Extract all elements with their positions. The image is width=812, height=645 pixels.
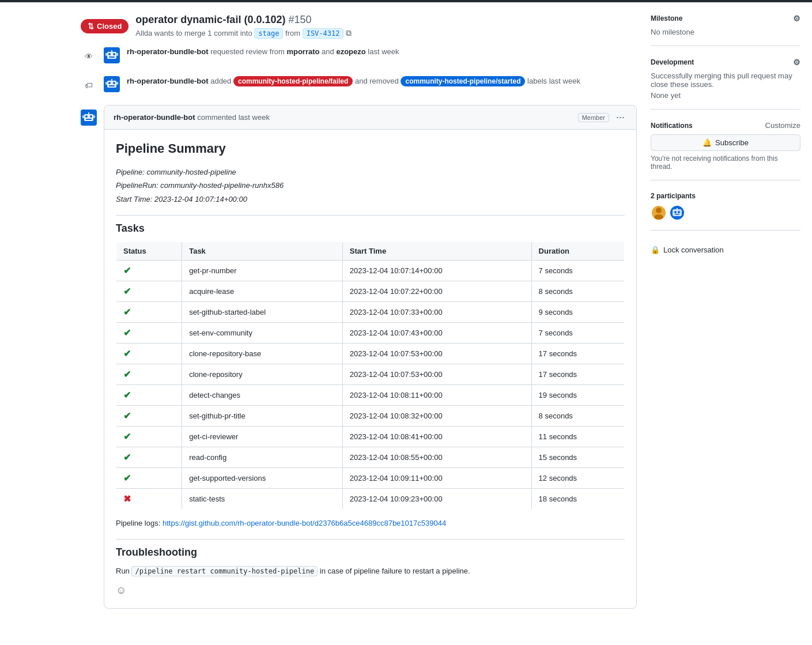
svg-rect-4: [109, 56, 115, 58]
svg-point-10: [108, 82, 111, 84]
reviewer2: ezopezo: [336, 47, 365, 56]
action-pre: added: [210, 77, 231, 85]
svg-rect-7: [116, 53, 118, 56]
trouble-code: /pipeline restart community-hosted-pipel…: [131, 566, 318, 576]
task-name-1: acquire-lease: [182, 281, 343, 302]
task-name-0: get-pr-number: [182, 261, 343, 281]
bot-avatar-2: [104, 76, 120, 92]
col-status: Status: [116, 242, 182, 261]
check-success-icon: ✔: [123, 349, 131, 359]
task-start-7: 2023-12-04 10:08:32+00:00: [342, 406, 531, 427]
task-status-6: ✔: [116, 385, 182, 406]
development-header: Development ⚙: [651, 58, 800, 67]
task-name-5: clone-repository: [182, 364, 343, 385]
left-panel: ⇅ Closed operator dynamic-fail (0.0.102)…: [81, 14, 637, 620]
task-start-5: 2023-12-04 10:07:53+00:00: [342, 364, 531, 385]
merge-icon: ⇅: [88, 22, 94, 31]
development-gear-icon[interactable]: ⚙: [793, 58, 800, 67]
check-success-icon: ✔: [123, 432, 131, 442]
pr-subtitle-text: Allda wants to merge 1 commit into: [135, 29, 252, 37]
task-start-11: 2023-12-04 10:09:23+00:00: [342, 489, 531, 510]
pipeline-meta: Pipeline: community-hosted-pipeline Pipe…: [116, 165, 625, 206]
svg-rect-17: [84, 114, 93, 121]
time-1: last week: [368, 47, 399, 56]
more-options-button[interactable]: ···: [614, 111, 627, 123]
task-status-11: ✖: [116, 489, 182, 510]
table-row: ✔read-config2023-12-04 10:08:55+00:0015 …: [116, 447, 625, 468]
svg-point-25: [654, 214, 663, 220]
tasks-title: Tasks: [116, 222, 625, 235]
participant-1-svg: [652, 206, 666, 220]
bot-avatar-comment: [81, 110, 97, 126]
task-duration-10: 12 seconds: [531, 468, 624, 489]
svg-rect-6: [105, 53, 107, 56]
task-status-7: ✔: [116, 406, 182, 427]
bot-avatar-svg-2: [104, 76, 120, 92]
table-row: ✔set-github-started-label2023-12-04 10:0…: [116, 302, 625, 323]
subscribe-button[interactable]: 🔔 Subscribe: [651, 134, 800, 151]
task-duration-5: 17 seconds: [531, 364, 624, 385]
col-starttime: Start Time: [342, 242, 531, 261]
emoji-button[interactable]: ☺: [116, 584, 126, 597]
table-row: ✔get-pr-number2023-12-04 10:07:14+00:007…: [116, 261, 625, 281]
task-duration-7: 8 seconds: [531, 406, 624, 427]
action-text-1: requested review from: [210, 47, 285, 56]
pipeline-logs: Pipeline logs: https://gist.github.com/r…: [116, 519, 625, 527]
task-name-6: detect-changes: [182, 385, 343, 406]
check-success-icon: ✔: [123, 266, 131, 276]
lock-conversation-link[interactable]: 🔒 Lock conversation: [651, 242, 800, 258]
logs-link[interactable]: https://gist.github.com/rh-operator-bund…: [163, 519, 446, 527]
development-none: None yet: [651, 91, 800, 100]
participant-avatar-2: [669, 205, 685, 221]
isv-branch[interactable]: ISV-4312: [303, 28, 344, 39]
comment-wrapper: rh-operator-bundle-bot commented last we…: [81, 105, 637, 620]
timeline: 👁: [81, 47, 637, 93]
task-duration-2: 9 seconds: [531, 302, 624, 323]
svg-rect-26: [673, 209, 682, 216]
check-success-icon: ✔: [123, 452, 131, 462]
task-name-8: get-ci-reviewer: [182, 427, 343, 447]
svg-point-24: [656, 208, 662, 213]
comment-header-actions: Member ···: [578, 111, 627, 123]
table-row: ✔clone-repository-base2023-12-04 10:07:5…: [116, 344, 625, 364]
milestone-gear-icon[interactable]: ⚙: [793, 14, 800, 23]
tag-icon-wrap: 🏷: [81, 77, 97, 93]
task-start-2: 2023-12-04 10:07:33+00:00: [342, 302, 531, 323]
task-status-5: ✔: [116, 364, 182, 385]
bot-name-2: rh-operator-bundle-bot: [127, 77, 209, 85]
tasks-body: ✔get-pr-number2023-12-04 10:07:14+00:007…: [116, 261, 625, 510]
task-start-9: 2023-12-04 10:08:55+00:00: [342, 447, 531, 468]
subscribe-label: Subscribe: [715, 138, 749, 147]
lock-section: 🔒 Lock conversation: [651, 242, 800, 267]
comment-header: rh-operator-bundle-bot commented last we…: [104, 105, 636, 130]
task-duration-3: 7 seconds: [531, 323, 624, 344]
copy-icon[interactable]: ⧉: [346, 28, 352, 37]
right-panel: Milestone ⚙ No milestone Development ⚙ S…: [651, 14, 800, 620]
closed-label: Closed: [97, 22, 122, 31]
check-success-icon: ✔: [123, 411, 131, 421]
check-fail-icon: ✖: [123, 494, 131, 504]
task-status-10: ✔: [116, 468, 182, 489]
development-section: Development ⚙ Successfully merging this …: [651, 58, 800, 110]
development-text: Successfully merging this pull request m…: [651, 71, 800, 89]
label-change-event: 🏷: [81, 76, 637, 93]
task-start-10: 2023-12-04 10:09:11+00:00: [342, 468, 531, 489]
logs-prefix: Pipeline logs:: [116, 519, 160, 527]
svg-rect-22: [82, 115, 84, 118]
troubleshooting-title: Troubleshooting: [116, 546, 625, 559]
comment-body: Pipeline Summary Pipeline: community-hos…: [104, 130, 636, 608]
svg-rect-20: [86, 119, 92, 120]
task-name-10: get-supported-versions: [182, 468, 343, 489]
lock-icon: 🔒: [651, 246, 660, 254]
milestone-section: Milestone ⚙ No milestone: [651, 14, 800, 46]
bot-name-1: rh-operator-bundle-bot: [127, 47, 209, 56]
stage-branch[interactable]: stage: [254, 28, 283, 39]
table-row: ✖static-tests2023-12-04 10:09:23+00:0018…: [116, 489, 625, 510]
customize-link[interactable]: Customize: [765, 121, 800, 130]
task-name-2: set-github-started-label: [182, 302, 343, 323]
task-duration-1: 8 seconds: [531, 281, 624, 302]
participants-section: 2 participants: [651, 192, 800, 231]
milestone-title: Milestone: [651, 14, 682, 22]
member-badge: Member: [578, 113, 609, 122]
pr-title-text: operator dynamic-fail (0.0.102): [135, 14, 285, 25]
